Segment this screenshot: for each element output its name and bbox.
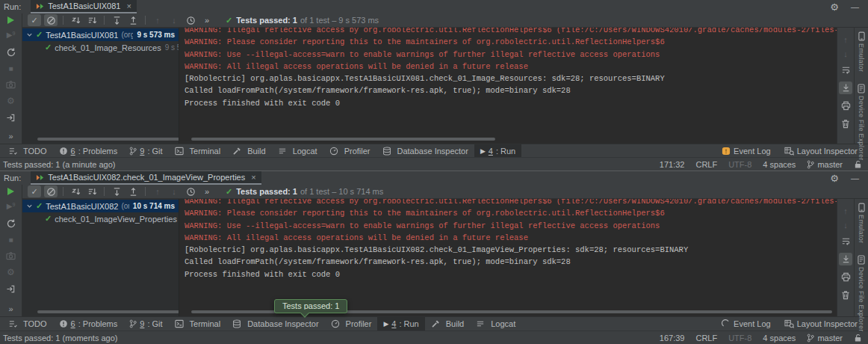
layout-inspector-button[interactable]: Layout Inspector (784, 147, 858, 156)
git-branch-widget[interactable]: master (807, 334, 843, 343)
tool-window-button-todo[interactable]: TODO (2, 317, 53, 331)
next-occurrence-icon[interactable]: ↓ (167, 185, 181, 197)
lock-icon[interactable] (854, 334, 862, 343)
refresh-icon[interactable] (6, 47, 16, 58)
chevron-more-icon[interactable]: » (200, 14, 214, 26)
test-tree-child-row[interactable]: ✓ check_01_Image_Resources 9 s 573 ms (22, 41, 179, 54)
event-log-button[interactable]: Event Log (722, 319, 771, 328)
up-stacktrace-icon[interactable]: ↑ (843, 206, 848, 215)
run-config-tab[interactable]: TestA1BasicUIX081 × (31, 0, 137, 13)
console-horizontal-scrollbar[interactable] (191, 138, 495, 141)
more-options-icon[interactable]: » (8, 304, 13, 313)
encoding-indicator[interactable]: UTF-8 (728, 160, 751, 169)
tool-window-button-git[interactable]: 9: Git (123, 317, 168, 331)
tree-horizontal-scrollbar[interactable] (37, 310, 187, 313)
previous-occurrence-icon[interactable]: ↑ (151, 185, 164, 197)
gear-icon[interactable]: ⚙ (830, 173, 839, 183)
sort-by-duration-icon[interactable] (85, 14, 99, 26)
hide-window-icon[interactable]: — (851, 2, 859, 11)
tool-window-button-run[interactable]: ▶ 4: Run (474, 144, 521, 157)
print-icon[interactable] (839, 271, 852, 283)
close-tab-icon[interactable]: × (251, 173, 255, 182)
sidebar-item-emulator[interactable]: Emulator (858, 203, 865, 243)
test-history-icon[interactable] (184, 14, 197, 26)
event-log-button[interactable]: Event Log (722, 147, 771, 156)
show-passed-toggle[interactable]: ✓ (28, 14, 41, 26)
import-test-results-icon[interactable] (6, 284, 16, 294)
tool-window-button-problems[interactable]: 6: Problems (53, 317, 124, 331)
down-stacktrace-icon[interactable]: ↓ (843, 221, 848, 230)
gear-icon[interactable]: ⚙ (830, 2, 839, 12)
screenshot-icon[interactable] (6, 80, 16, 89)
show-passed-toggle[interactable]: ✓ (28, 185, 41, 197)
up-stacktrace-icon[interactable]: ↑ (843, 35, 848, 44)
test-tree-root-row[interactable]: ✓ TestA1BasicUIX081 (org.aplas.basica 9 … (22, 28, 179, 41)
stop-button[interactable]: ■ (8, 236, 13, 244)
rerun-button[interactable] (7, 188, 14, 195)
layout-inspector-button[interactable]: Layout Inspector (784, 319, 858, 328)
chevron-more-icon[interactable]: » (200, 185, 214, 197)
next-occurrence-icon[interactable]: ↓ (167, 14, 181, 26)
line-ending-indicator[interactable]: CRLF (695, 334, 717, 343)
tool-window-button-terminal[interactable]: Terminal (169, 144, 227, 157)
sidebar-item-emulator[interactable]: Emulator (858, 31, 865, 72)
collapse-all-icon[interactable] (126, 14, 140, 26)
test-settings-gear-icon[interactable]: ⚙ (7, 96, 15, 105)
soft-wrap-icon[interactable] (839, 235, 852, 248)
import-test-results-icon[interactable] (6, 113, 16, 123)
sort-by-duration-icon[interactable] (85, 185, 99, 197)
show-ignored-toggle[interactable] (44, 14, 58, 26)
tool-window-button-logcat[interactable]: Logcat (470, 317, 521, 331)
more-options-icon[interactable]: » (8, 132, 13, 141)
git-branch-widget[interactable]: master (807, 160, 843, 169)
rerun-failed-tests-icon[interactable]: ▶9 (7, 203, 16, 211)
tool-window-button-terminal[interactable]: Terminal (169, 317, 227, 331)
tool-window-button-database-inspector[interactable]: Database Inspector (226, 317, 324, 331)
expand-all-icon[interactable] (110, 14, 123, 26)
run-config-tab[interactable]: TestA1BasicUIX082.check_01_ImageView_Pro… (31, 171, 261, 185)
tree-horizontal-scrollbar[interactable] (37, 138, 187, 141)
collapse-all-icon[interactable] (126, 185, 140, 197)
screenshot-icon[interactable] (6, 251, 16, 260)
stop-button[interactable]: ■ (8, 65, 13, 73)
test-tree-child-row[interactable]: ✓ check_01_ImageView_Properties 10 s 714… (22, 212, 179, 225)
caret-position[interactable]: 171:32 (660, 160, 685, 169)
rerun-button[interactable] (7, 16, 14, 24)
caret-position[interactable]: 167:39 (660, 334, 685, 343)
encoding-indicator[interactable]: UTF-8 (728, 334, 751, 343)
test-history-icon[interactable] (184, 185, 197, 197)
indent-indicator[interactable]: 4 spaces (763, 160, 796, 169)
refresh-icon[interactable] (6, 218, 16, 229)
line-ending-indicator[interactable]: CRLF (695, 160, 717, 169)
test-settings-gear-icon[interactable]: ⚙ (7, 268, 15, 277)
clear-all-icon[interactable] (839, 117, 852, 130)
tool-window-button-run[interactable]: ▶ 4: Run (377, 317, 424, 331)
expand-all-icon[interactable] (110, 185, 123, 197)
indent-indicator[interactable]: 4 spaces (763, 334, 796, 343)
scroll-to-end-icon[interactable] (839, 82, 852, 94)
tool-window-button-problems[interactable]: 6: Problems (53, 144, 124, 157)
tool-window-button-profiler[interactable]: Profiler (325, 317, 378, 331)
test-tree-root-row[interactable]: ✓ TestA1BasicUIX082 (org.aplas.basica 10… (22, 200, 179, 212)
rerun-failed-tests-icon[interactable]: ▶9 (7, 31, 16, 40)
chevron-down-icon[interactable] (26, 31, 33, 38)
down-stacktrace-icon[interactable]: ↓ (843, 49, 848, 58)
tool-window-button-database-inspector[interactable]: Database Inspector (376, 144, 474, 157)
show-ignored-toggle[interactable] (44, 185, 58, 197)
sort-alphabetically-icon[interactable] (69, 185, 82, 197)
lock-icon[interactable] (854, 160, 862, 169)
previous-occurrence-icon[interactable]: ↑ (151, 14, 164, 26)
tool-window-button-git[interactable]: 9: Git (123, 144, 168, 157)
print-icon[interactable] (839, 99, 852, 112)
tool-window-button-logcat[interactable]: Logcat (272, 144, 323, 157)
clear-all-icon[interactable] (839, 289, 852, 301)
run-console[interactable]: WARNING: Illegal reflective access by or… (179, 28, 837, 144)
tool-window-button-todo[interactable]: TODO (2, 144, 53, 157)
tool-window-button-build[interactable]: Build (226, 144, 271, 157)
close-tab-icon[interactable]: × (126, 1, 131, 10)
hide-window-icon[interactable]: — (851, 173, 859, 182)
soft-wrap-icon[interactable] (839, 64, 852, 76)
scroll-to-end-icon[interactable] (839, 253, 852, 265)
chevron-down-icon[interactable] (26, 203, 33, 209)
tool-window-button-profiler[interactable]: Profiler (323, 144, 376, 157)
